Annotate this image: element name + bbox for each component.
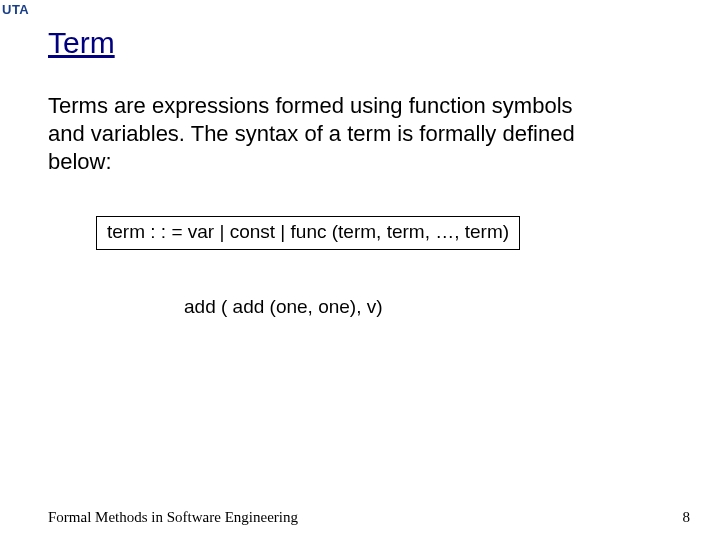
body-paragraph: Terms are expressions formed using funct… xyxy=(48,92,608,176)
slide-title: Term xyxy=(48,26,115,60)
uta-logo: UTA xyxy=(2,2,29,17)
grammar-definition-box: term : : = var | const | func (term, ter… xyxy=(96,216,520,250)
grammar-text: term : : = var | const | func (term, ter… xyxy=(107,221,509,242)
example-expression: add ( add (one, one), v) xyxy=(184,296,383,318)
footer-text: Formal Methods in Software Engineering xyxy=(48,509,298,526)
page-number: 8 xyxy=(683,509,691,526)
